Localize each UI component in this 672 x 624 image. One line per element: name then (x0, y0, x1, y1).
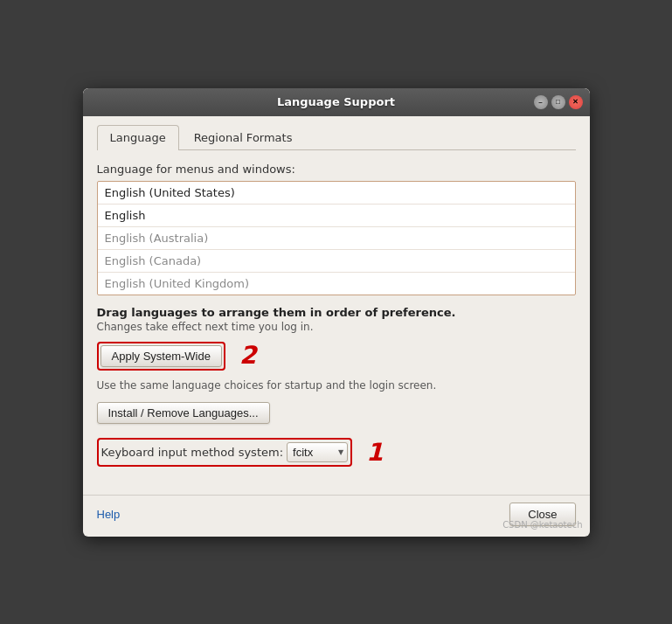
apply-button-outline: Apply System-Wide (97, 342, 225, 371)
tab-bar: Language Regional Formats (97, 125, 576, 150)
list-item[interactable]: English (United Kingdom) (98, 273, 575, 295)
keyboard-input-select[interactable]: fcitx ibus none (287, 442, 348, 462)
watermark: CSDN @ketaotech (502, 520, 582, 530)
list-item[interactable]: English (Canada) (98, 250, 575, 273)
annotation-1: 1 (366, 438, 383, 467)
help-button[interactable]: Help (97, 508, 121, 521)
drag-hint-bold: Drag languages to arrange them in order … (97, 306, 576, 319)
window-title: Language Support (277, 95, 395, 108)
window-controls: – □ ✕ (534, 95, 583, 109)
close-titlebar-button[interactable]: ✕ (569, 95, 583, 109)
apply-row: Apply System-Wide 2 (97, 342, 576, 371)
minimize-button[interactable]: – (534, 95, 548, 109)
main-content: Language Regional Formats Language for m… (83, 116, 590, 495)
install-row: Install / Remove Languages... (97, 402, 576, 424)
install-remove-languages-button[interactable]: Install / Remove Languages... (97, 402, 270, 424)
bottom-bar: Help Close (83, 495, 590, 537)
language-support-window: Language Support – □ ✕ Language Regional… (83, 88, 590, 537)
list-item[interactable]: English (Australia) (98, 227, 575, 250)
apply-system-wide-button[interactable]: Apply System-Wide (100, 345, 222, 367)
tab-language[interactable]: Language (97, 125, 179, 150)
apply-description: Use the same language choices for startu… (97, 379, 576, 392)
tab-regional-formats[interactable]: Regional Formats (181, 125, 306, 149)
keyboard-input-outline: Keyboard input method system: fcitx ibus… (97, 438, 353, 467)
maximize-button[interactable]: □ (551, 95, 565, 109)
language-list: English (United States) English English … (97, 181, 576, 295)
keyboard-input-label: Keyboard input method system: (101, 446, 284, 459)
titlebar: Language Support – □ ✕ (83, 88, 590, 116)
keyboard-input-row: Keyboard input method system: fcitx ibus… (97, 438, 576, 467)
list-item[interactable]: English (98, 205, 575, 227)
list-item[interactable]: English (United States) (98, 182, 575, 205)
annotation-2: 2 (239, 343, 256, 368)
language-list-label: Language for menus and windows: (97, 163, 576, 176)
keyboard-input-select-wrapper: fcitx ibus none (287, 442, 348, 462)
drag-hint-sub: Changes take effect next time you log in… (97, 321, 576, 333)
